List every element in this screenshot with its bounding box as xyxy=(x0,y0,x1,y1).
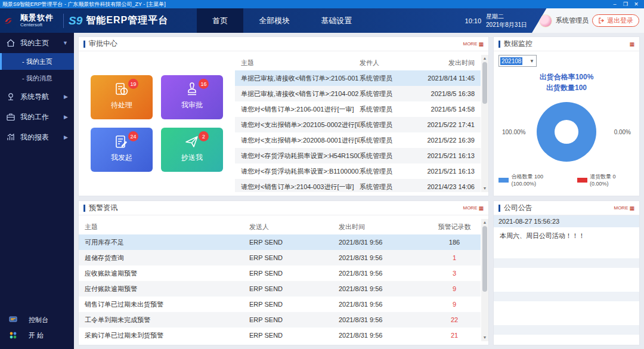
tile-initiated-by-me[interactable]: 24 我发起 xyxy=(91,128,153,172)
legend-swatch xyxy=(499,178,509,183)
tab-all-modules[interactable]: 全部模块 xyxy=(243,8,305,33)
user-avatar[interactable] xyxy=(539,14,552,27)
alert-count: 9 xyxy=(428,301,481,308)
sidebar-group-my-reports[interactable]: 我的报表 ▶ xyxy=(0,127,74,147)
more-grid-icon: ▦ xyxy=(478,41,484,47)
monitor-more-button[interactable]: ▦ xyxy=(629,41,634,47)
erp-application-window: 顺景S9智能ERP管理平台 - 广东顺景软件科技有限公司_ZY - [主菜单] … xyxy=(0,0,644,349)
alerts-table-rows: 可用库存不足 ERP SEND 2021/8/31 9:56 186 超储存货查… xyxy=(79,234,481,341)
empty-row xyxy=(494,292,639,301)
console-button[interactable]: 控制台 xyxy=(0,312,74,328)
tile-label: 待处理 xyxy=(111,100,132,110)
alerts-panel: 预警资讯 MORE ▦ 主题 发送人 发出时间 预警记录数 可用库存不足 ERP… xyxy=(78,200,489,345)
chevron-right-icon: ▶ xyxy=(64,114,68,120)
main-nav-tabs: 首页 全部模块 基础设置 xyxy=(197,8,367,33)
sidebar-item-my-home[interactable]: - 我的主页 xyxy=(0,53,74,70)
tab-home[interactable]: 首页 xyxy=(197,8,243,33)
announcement-panel: 公司公告 MORE ▦ 2021-08-27 15:56:23 本周六、周日公司… xyxy=(493,200,640,345)
scroll-down-icon[interactable]: ▼ xyxy=(483,185,487,192)
more-grid-icon: ▦ xyxy=(629,41,634,47)
sidebar-group-system-nav[interactable]: 系统导航 ▶ xyxy=(0,87,74,107)
brand-name-cn: 顺景软件 xyxy=(20,14,54,21)
table-row[interactable]: 销售订单已过期未出货预警 ERP SEND 2021/8/31 9:56 9 xyxy=(79,297,481,312)
maximize-button[interactable]: ❐ xyxy=(620,0,631,8)
panel-accent-bar xyxy=(499,41,500,48)
minimize-button[interactable]: – xyxy=(609,0,620,8)
shipment-qty-headline: 出货数量100 xyxy=(499,82,634,93)
s9-logo: S9 xyxy=(69,14,82,27)
period-select[interactable]: 202108 ▼ xyxy=(499,55,537,67)
tile-pending[interactable]: 19 待处理 xyxy=(91,75,153,119)
scrollbar-thumb[interactable] xyxy=(482,62,487,104)
tile-cc-to-me[interactable]: 2 抄送我 xyxy=(161,128,223,172)
table-row[interactable]: 单据已审核,请接收<销售订单>:2105-001 系统管理员 2021/8/14… xyxy=(235,70,481,86)
user-name: 系统管理员 xyxy=(556,16,589,25)
table-row[interactable]: 可用库存不足 ERP SEND 2021/8/31 9:56 186 xyxy=(79,234,481,250)
table-row[interactable]: 请您对<支出报销单>:202105-0002进行[审核] 系统管理员 2021/… xyxy=(235,117,481,132)
announcement-panel-header: 公司公告 MORE ▦ xyxy=(494,201,639,215)
approval-panel-title: 审批中心 xyxy=(89,39,117,49)
legend-swatch xyxy=(577,178,587,183)
tab-basic-settings[interactable]: 基础设置 xyxy=(305,8,367,33)
empty-row xyxy=(494,258,639,268)
logout-icon xyxy=(598,17,605,24)
empty-row xyxy=(494,301,639,325)
announcement-date[interactable]: 2021-08-27 15:56:23 xyxy=(494,215,639,227)
paper-plane-icon xyxy=(184,134,200,150)
app-title: 智能ERP管理平台 xyxy=(86,14,168,27)
table-row[interactable]: 请您对<销售订单>:2104-003进行[一审] 系统管理员 2021/4/23… xyxy=(235,179,481,192)
table-row[interactable]: 请您对<支出报销单>:202008-0001进行[审核] 系统管理员 2021/… xyxy=(235,132,481,148)
donut-left-label: 100.00% xyxy=(502,129,525,135)
monitor-panel-header: 数据监控 ▦ xyxy=(494,37,639,51)
alerts-table: 主题 发送人 发出时间 预警记录数 可用库存不足 ERP SEND 2021/8… xyxy=(79,219,488,341)
my-approvals-count-badge: 16 xyxy=(199,79,209,89)
scroll-up-icon[interactable]: ▲ xyxy=(483,219,487,226)
table-row[interactable]: 单据已审核,请接收<销售订单>:2104-002 系统管理员 2021/8/5 … xyxy=(235,86,481,101)
chevron-down-icon: ▼ xyxy=(530,58,534,64)
approval-panel-header: 审批中心 MORE ▦ xyxy=(79,37,488,51)
announcement-more-button[interactable]: MORE ▦ xyxy=(614,205,634,211)
empty-row xyxy=(494,325,639,335)
approval-table-rows: 单据已审核,请接收<销售订单>:2105-001 系统管理员 2021/8/14… xyxy=(235,70,481,192)
alerts-scrollbar[interactable]: ▲ ▼ xyxy=(481,219,488,341)
pass-rate-headline: 出货合格率100% xyxy=(499,72,634,82)
user-area: 系统管理员 退出登录 xyxy=(532,8,644,33)
table-row[interactable]: 超储存货查询 ERP SEND 2021/8/31 9:56 1 xyxy=(79,250,481,265)
scrollbar-thumb[interactable] xyxy=(482,226,487,292)
alert-count: 9 xyxy=(428,285,481,292)
announcement-content: 本周六、周日公司活动！！！ xyxy=(494,227,639,258)
alerts-table-header: 主题 发送人 发出时间 预警记录数 xyxy=(79,219,481,234)
data-monitor-panel: 数据监控 ▦ 202108 ▼ 出货合格率100% 出货数量100 100.00… xyxy=(493,36,640,196)
table-row[interactable]: 采购订单已过期未到货预警 ERP SEND 2021/8/31 9:56 21 xyxy=(79,328,481,341)
logout-button[interactable]: 退出登录 xyxy=(592,14,639,27)
table-row[interactable]: 请您对<销售订单>:2106-001进行[一审] 系统管理员 2021/6/5 … xyxy=(235,101,481,117)
sidebar-group-my-home[interactable]: 我的主页 ▼ xyxy=(0,33,74,53)
start-button[interactable]: 开 始 xyxy=(0,328,74,343)
scroll-down-icon[interactable]: ▼ xyxy=(483,334,487,341)
approval-scrollbar[interactable]: ▲ ▼ xyxy=(481,55,488,192)
table-row[interactable]: 应付账款逾期预警 ERP SEND 2021/8/31 9:56 9 xyxy=(79,281,481,297)
alerts-more-button[interactable]: MORE ▦ xyxy=(463,205,484,211)
sidebar-item-my-messages[interactable]: - 我的消息 xyxy=(0,70,74,87)
approval-more-button[interactable]: MORE ▦ xyxy=(463,41,484,47)
table-row[interactable]: 请您对<存货浮动耗损率设置>:H54R1S006002进行[审核] 系统管理员 … xyxy=(235,148,481,163)
alert-count: 22 xyxy=(428,316,481,323)
header-divider xyxy=(63,14,64,28)
tile-label: 我发起 xyxy=(111,153,132,163)
cc-count-badge: 2 xyxy=(199,131,209,141)
sidebar-group-my-work[interactable]: 我的工作 ▶ xyxy=(0,107,74,127)
approval-center-panel: 审批中心 MORE ▦ 19 待处理 xyxy=(78,36,489,196)
table-row[interactable]: 应收账款逾期预警 ERP SEND 2021/8/31 9:56 3 xyxy=(79,265,481,281)
clock-time: 10:10 xyxy=(465,17,482,24)
start-grid-icon xyxy=(8,331,18,340)
tile-my-approvals[interactable]: 16 我审批 xyxy=(161,75,223,119)
scroll-up-icon[interactable]: ▲ xyxy=(483,55,487,62)
panel-accent-bar xyxy=(83,205,85,212)
alert-count: 3 xyxy=(428,270,481,277)
table-row[interactable]: 请您对<存货浮动耗损率设置>:B11000001进行[审核] 系统管理员 202… xyxy=(235,163,481,179)
approval-tiles: 19 待处理 16 我审批 xyxy=(79,51,235,196)
table-row[interactable]: 工令单到期未完成预警 ERP SEND 2021/8/31 9:56 22 xyxy=(79,312,481,328)
announcement-panel-title: 公司公告 xyxy=(504,203,532,213)
close-button[interactable]: ✕ xyxy=(631,0,642,8)
tile-label: 抄送我 xyxy=(181,153,203,163)
